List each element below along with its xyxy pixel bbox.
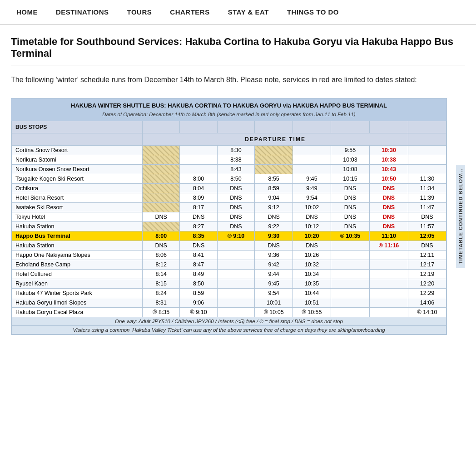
departure-time-cell: ® 10:35 [331,231,369,241]
departure-time-cell [369,279,408,289]
departure-time-cell: 8:35 [180,231,217,241]
stop-name: Happo Bus Terminal [12,231,143,241]
departure-time-cell: 10:12 [293,222,331,231]
departure-time-cell [143,222,180,231]
departure-time-cell: 8:00 [143,231,180,241]
departure-time-cell [293,165,331,174]
departure-time-cell: 10:03 [331,155,369,165]
table-subtitle: Dates of Operation: December 14th to Mar… [11,111,446,121]
departure-time-cell: 8:12 [143,260,180,270]
departure-time-cell: 11:47 [408,203,446,212]
departure-time-cell: DNS [331,212,369,222]
nav-charters[interactable]: CHARTERS [161,0,218,24]
departure-time-cell [408,165,446,174]
departure-time-cell: DNS [217,222,254,231]
departure-time-cell: 8:41 [180,251,217,260]
table-row: Ryusei Kaen8:158:509:4510:3512:20 [12,279,446,289]
departure-time-cell: ® 9:10 [180,308,217,317]
table-row: Tsugaike Kogen Ski Resort8:008:508:559:4… [12,174,446,184]
departure-time-cell: DNS [143,212,180,222]
departure-time-cell [180,155,217,165]
departure-time-cell: 10:26 [293,251,331,260]
departure-time-cell: DNS [369,222,408,231]
departure-time-cell: DNS [217,203,254,212]
departure-time-cell: 9:45 [293,174,331,184]
departure-time-cell: 9:54 [293,193,331,203]
departure-time-cell: 10:30 [369,146,408,155]
departure-time-cell: 11:10 [369,231,408,241]
rotated-label: TIMETABLE CONTINUED BELOW... [456,165,465,268]
departure-time-cell: 8:31 [143,298,180,308]
departure-time-cell: 8:55 [255,174,293,184]
departure-time-cell: 8:30 [217,146,254,155]
departure-time-cell [143,155,180,165]
nav-home[interactable]: HOME [7,0,47,24]
departure-time-cell: DNS [408,241,446,251]
departure-time-cell: 10:35 [293,279,331,289]
nav-tours[interactable]: TOURS [118,0,161,24]
departure-time-cell: 9:30 [255,231,293,241]
table-row: Ochikura8:04DNS8:599:49DNSDNS11:34 [12,184,446,193]
departure-time-cell: 8:50 [180,279,217,289]
departure-time-cell [143,184,180,193]
table-row: Hakuba Goryu Escal Plaza® 8:35® 9:10® 10… [12,308,446,317]
nav-things-to-do[interactable]: THINGS TO DO [278,0,348,24]
departure-time-cell: 9:45 [255,279,293,289]
table-row: Hakuba Station8:27DNS9:2210:12DNSDNS11:5… [12,222,446,231]
departure-time-cell: DNS [293,241,331,251]
departure-time-cell [143,165,180,174]
departure-time-cell: 9:54 [255,289,293,298]
departure-time-cell: 11:34 [408,184,446,193]
departure-time-cell: 10:01 [255,298,293,308]
departure-time-cell [369,289,408,298]
col-t7r [369,121,408,133]
departure-time-cell [331,270,369,279]
departure-time-cell [180,165,217,174]
page-title: Timetable for Southbound Services: Hakub… [11,36,465,59]
departure-time-cell: 8:27 [180,222,217,231]
departure-time-cell [143,203,180,212]
departure-time-cell: ® 9:10 [217,231,254,241]
title-divider [11,65,465,65]
departure-time-cell [331,308,369,317]
nav-stay-eat[interactable]: STAY & EAT [219,0,278,24]
footnote-1: One-way: Adult JPY510 / Children JPY260 … [12,317,446,326]
stop-name: Tokyu Hotel [12,212,143,222]
table-wrapper: HAKUBA WINTER SHUTTLE BUS: HAKUBA CORTIN… [11,98,447,335]
departure-time-cell: 8:59 [255,184,293,193]
departure-time-cell: 8:43 [217,165,254,174]
departure-time-cell: 8:15 [143,279,180,289]
departure-time-cell: 8:59 [180,289,217,298]
departure-time-cell [293,155,331,165]
departure-time-cell: DNS [331,184,369,193]
departure-time-cell: DNS [369,193,408,203]
departure-time-cell: 8:50 [217,174,254,184]
departure-time-cell [217,260,254,270]
departure-time-cell: 9:12 [255,203,293,212]
departure-time-cell [331,298,369,308]
departure-time-cell [217,298,254,308]
departure-time-cell: 8:49 [180,270,217,279]
departure-time-cell: 11:57 [408,222,446,231]
departure-time-cell [255,165,293,174]
departure-time-cell: ® 11:16 [369,241,408,251]
dep-last [408,133,446,146]
timetable-outer: HAKUBA WINTER SHUTTLE BUS: HAKUBA CORTIN… [11,98,465,335]
table-title: HAKUBA WINTER SHUTTLE BUS: HAKUBA CORTIN… [11,98,446,111]
departure-time-cell: 9:49 [293,184,331,193]
departure-time-cell: DNS [369,212,408,222]
table-row: Happo One Nakiyama Slopes8:068:419:3610:… [12,251,446,260]
departure-time-cell: 12:05 [408,231,446,241]
col-h2 [255,121,293,133]
column-header-row: BUS STOPS [12,121,446,133]
nav-destinations[interactable]: DESTINATIONS [47,0,118,24]
table-row: Norikura Satomi8:3810:0310:38 [12,155,446,165]
departure-time-cell: 12:20 [408,279,446,289]
departure-time-cell [369,308,408,317]
col-t6 [331,121,369,133]
departure-time-cell [331,289,369,298]
table-row: Hakuba Goryu Iimori Slopes8:319:0610:011… [12,298,446,308]
departure-time-cell [217,289,254,298]
departure-time-cell [293,146,331,155]
stop-name: Hakuba Station [12,241,143,251]
